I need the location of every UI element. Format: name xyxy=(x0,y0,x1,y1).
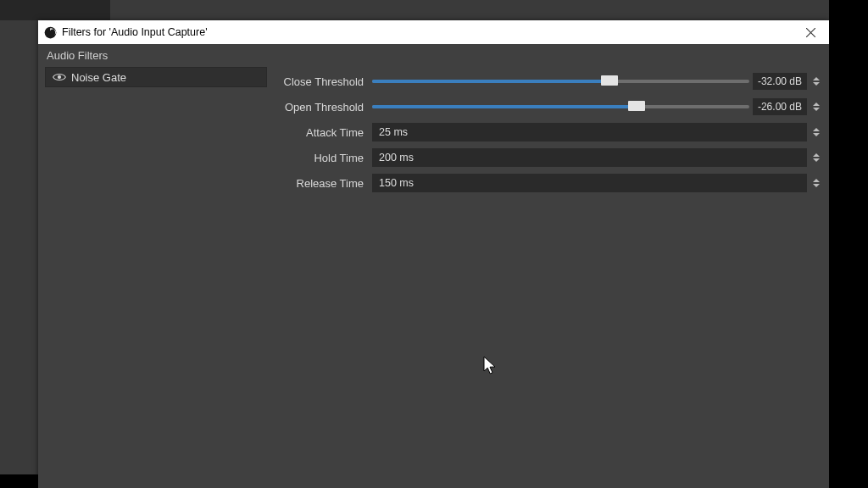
columns: Noise Gate Close Threshold -32.00 dB xyxy=(38,67,829,488)
chevron-up-icon xyxy=(813,77,820,80)
param-label: Release Time xyxy=(274,177,372,190)
close-threshold-value[interactable]: -32.00 dB xyxy=(753,73,807,90)
open-threshold-stepper[interactable] xyxy=(810,97,822,116)
obs-app-icon xyxy=(43,25,57,39)
chevron-down-icon xyxy=(813,158,820,162)
param-label: Close Threshold xyxy=(274,75,372,88)
param-label: Hold Time xyxy=(274,152,372,164)
section-header: Audio Filters xyxy=(38,44,829,67)
release-time-stepper[interactable] xyxy=(810,174,822,192)
window-title: Filters for 'Audio Input Capture' xyxy=(62,26,208,38)
open-threshold-slider[interactable] xyxy=(372,105,749,108)
attack-time-stepper[interactable] xyxy=(810,123,822,141)
close-threshold-slider[interactable] xyxy=(372,80,749,83)
param-row-hold-time: Hold Time 200 ms xyxy=(274,145,822,170)
chevron-down-icon xyxy=(813,108,820,111)
filter-item-label: Noise Gate xyxy=(71,71,126,84)
slider-thumb[interactable] xyxy=(601,75,618,86)
param-row-close-threshold: Close Threshold -32.00 dB xyxy=(274,69,822,94)
param-label: Open Threshold xyxy=(274,101,372,114)
param-label: Attack Time xyxy=(274,126,372,139)
chevron-down-icon xyxy=(813,133,820,136)
dialog-body: Audio Filters Noise Gate xyxy=(38,44,829,488)
slider-fill xyxy=(372,80,609,83)
filters-list: Noise Gate xyxy=(38,67,274,488)
hold-time-input[interactable]: 200 ms xyxy=(372,148,807,167)
release-time-input[interactable]: 150 ms xyxy=(372,174,807,192)
hold-time-stepper[interactable] xyxy=(810,148,822,167)
chevron-up-icon xyxy=(813,179,820,182)
close-icon xyxy=(806,28,815,37)
eye-icon[interactable] xyxy=(53,72,66,82)
chevron-down-icon xyxy=(813,184,820,187)
svg-point-3 xyxy=(58,75,61,79)
background-dark-strip xyxy=(0,0,110,20)
chevron-up-icon xyxy=(813,103,820,106)
param-row-open-threshold: Open Threshold -26.00 dB xyxy=(274,94,822,119)
titlebar: Filters for 'Audio Input Capture' xyxy=(38,20,829,44)
chevron-down-icon xyxy=(813,82,820,86)
chevron-up-icon xyxy=(813,153,820,157)
filters-dialog: Filters for 'Audio Input Capture' Audio … xyxy=(38,20,829,488)
slider-thumb[interactable] xyxy=(628,101,645,111)
open-threshold-value[interactable]: -26.00 dB xyxy=(753,98,807,115)
attack-time-input[interactable]: 25 ms xyxy=(372,123,807,141)
slider-fill xyxy=(372,105,637,108)
filter-properties: Close Threshold -32.00 dB xyxy=(274,67,829,488)
filter-item-noise-gate[interactable]: Noise Gate xyxy=(45,67,267,87)
param-row-release-time: Release Time 150 ms xyxy=(274,170,822,196)
close-button[interactable] xyxy=(792,20,829,44)
chevron-up-icon xyxy=(813,128,820,131)
param-row-attack-time: Attack Time 25 ms xyxy=(274,119,822,145)
close-threshold-stepper[interactable] xyxy=(810,72,822,91)
